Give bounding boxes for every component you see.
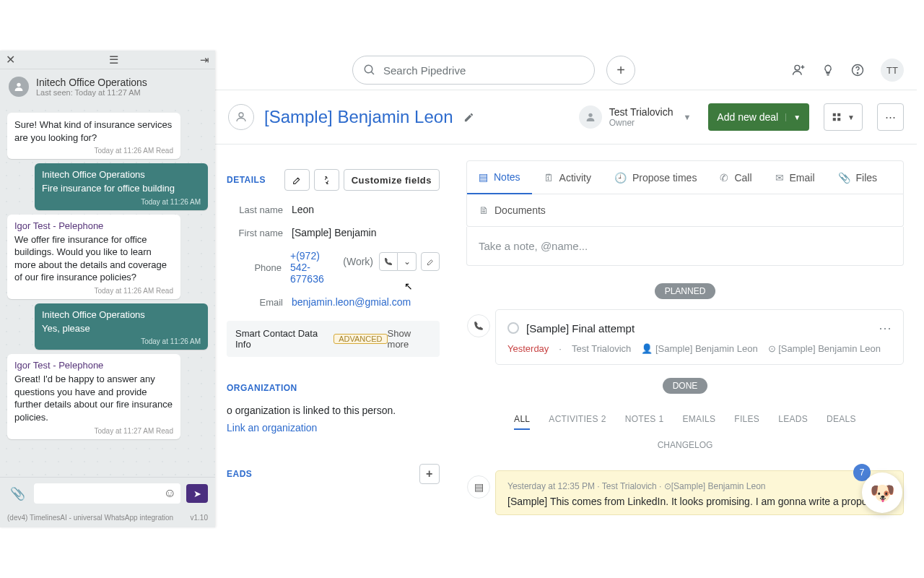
layout-button[interactable]: ▼ <box>824 103 863 131</box>
owner-dropdown-icon[interactable]: ▼ <box>683 113 691 121</box>
chat-compose: 📎 ☺ ➤ <box>0 477 215 509</box>
note-meta: Yesterday at 12:35 PM · Test Trialovich … <box>507 481 892 491</box>
last-name-value[interactable]: Leon <box>292 204 314 215</box>
person-title[interactable]: [Sample] Benjamin Leon <box>264 107 453 127</box>
first-name-value[interactable]: [Sample] Benjamin <box>292 227 377 238</box>
chat-message[interactable]: Igor Test - PelephoneWe offer fire insur… <box>7 215 180 299</box>
lightbulb-icon[interactable] <box>821 64 834 77</box>
activity-checkbox[interactable] <box>507 322 519 334</box>
tab-call[interactable]: ✆Call <box>708 161 763 194</box>
tab-email[interactable]: ✉Email <box>764 161 827 194</box>
chat-message[interactable]: Igor Test - PelephoneGreat! I'd be happy… <box>7 354 180 439</box>
activity-card[interactable]: [Sample] Final attempt ⋯ Yesterday · Tes… <box>495 309 904 365</box>
chat-contact[interactable]: Initech Office Operations Last seen: Tod… <box>0 69 215 104</box>
filter-notes[interactable]: NOTES1 <box>625 414 664 430</box>
add-lead-button[interactable]: + <box>419 464 440 484</box>
phone-value-line2[interactable]: 677636 <box>290 273 440 285</box>
org-none-text: o organization is linked to this person. <box>227 400 440 422</box>
invite-user-icon[interactable] <box>791 63 806 77</box>
filter-all[interactable]: ALL <box>514 414 530 430</box>
more-button[interactable]: ⋯ <box>877 103 904 131</box>
show-more-link[interactable]: Show more <box>388 328 431 350</box>
mail-icon: ✉ <box>775 172 784 184</box>
calendar-icon: 🗓 <box>544 172 554 184</box>
tabs-row-1: ▤Notes 🗓Activity 🕘Propose times ✆Call ✉E… <box>466 160 904 194</box>
chat-messages[interactable]: Sure! What kind of insurance services ar… <box>0 104 215 477</box>
person-header: [Sample] Benjamin Leon Test Trialovich O… <box>215 90 917 144</box>
add-button[interactable]: + <box>606 56 635 85</box>
add-deal-caret-icon[interactable]: ▼ <box>785 113 801 121</box>
note-card[interactable]: ▤ Yesterday at 12:35 PM · Test Trialovic… <box>495 470 904 515</box>
contact-name: Initech Office Operations <box>36 77 147 88</box>
phone-type: (Work) <box>343 256 373 267</box>
tab-files[interactable]: 📎Files <box>827 161 889 194</box>
last-name-label: Last name <box>227 204 292 215</box>
attach-icon[interactable]: 📎 <box>10 486 25 501</box>
clock-icon: 🕘 <box>614 172 627 184</box>
activity-title: [Sample] Final attempt <box>526 322 635 335</box>
svg-point-13 <box>17 83 20 87</box>
call-dropdown[interactable]: ⌄ <box>398 252 417 271</box>
compose-input[interactable] <box>34 483 180 504</box>
link-organization[interactable]: Link an organization <box>227 422 440 434</box>
email-label: Email <box>227 297 292 308</box>
tab-activity[interactable]: 🗓Activity <box>532 161 603 194</box>
chat-message[interactable]: Initech Office OperationsYes, pleaseToda… <box>35 303 208 350</box>
search-input[interactable]: Search Pipedrive <box>352 56 595 85</box>
edit-details-button[interactable] <box>284 169 310 191</box>
list-icon[interactable]: ☰ <box>109 53 118 66</box>
help-icon[interactable] <box>850 63 865 77</box>
chat-message[interactable]: Initech Office OperationsFire insurance … <box>35 163 208 210</box>
send-button[interactable]: ➤ <box>186 484 208 503</box>
close-icon[interactable]: ✕ <box>6 53 15 66</box>
phone-value[interactable]: +(972) 542- <box>290 250 339 273</box>
assistant-button[interactable]: 🐶 <box>862 473 902 513</box>
organization-heading: ORGANIZATION <box>227 383 297 393</box>
user-avatar[interactable]: TT <box>881 59 904 82</box>
customize-fields-button[interactable]: Customize fields <box>344 169 440 191</box>
svg-rect-9 <box>833 113 836 116</box>
edit-title-icon[interactable] <box>463 112 474 123</box>
reorder-button[interactable] <box>314 169 339 191</box>
email-value[interactable]: benjamin.leon@gmial.com <box>292 296 411 308</box>
filter-files[interactable]: FILES <box>734 414 759 430</box>
chat-footer-left: (dev4) TimelinesAI - universal WhatsApp … <box>7 514 173 522</box>
smart-contact-row[interactable]: Smart Contact Data Info ADVANCED Show mo… <box>227 321 440 357</box>
phone-label: Phone <box>227 262 290 273</box>
tabs-row-2: 🗎Documents <box>466 194 904 227</box>
first-name-label: First name <box>227 228 292 238</box>
call-activity-icon <box>467 314 490 337</box>
search-icon <box>363 64 376 77</box>
message-text: Fire insurance for office building <box>42 182 201 195</box>
filter-leads[interactable]: LEADS <box>778 414 808 430</box>
expand-icon[interactable]: ⇥ <box>200 53 209 66</box>
edit-phone-button[interactable] <box>421 252 440 271</box>
add-deal-button[interactable]: Add new deal ▼ <box>708 103 809 131</box>
chat-message[interactable]: Sure! What kind of insurance services ar… <box>7 113 180 159</box>
filter-emails[interactable]: EMAILS <box>683 414 716 430</box>
svg-point-7 <box>239 113 243 117</box>
note-body: [Sample] This comes from LinkedIn. It lo… <box>507 496 892 507</box>
phone-icon: ✆ <box>720 172 728 184</box>
activity-more-icon[interactable]: ⋯ <box>879 320 892 336</box>
emoji-icon[interactable]: ☺ <box>164 486 176 501</box>
tab-propose[interactable]: 🕘Propose times <box>603 161 708 194</box>
chat-footer-right: v1.10 <box>191 514 208 522</box>
filter-changelog[interactable]: CHANGELOG <box>466 440 904 450</box>
tab-documents[interactable]: 🗎Documents <box>467 194 557 226</box>
svg-line-1 <box>371 72 374 74</box>
tab-notes[interactable]: ▤Notes <box>467 161 532 194</box>
leads-heading: EADS <box>227 469 252 479</box>
svg-rect-12 <box>837 118 840 121</box>
note-card-icon: ▤ <box>467 475 490 499</box>
activity-panel: ▤Notes 🗓Activity 🕘Propose times ✆Call ✉E… <box>466 160 904 515</box>
activity-person: 👤 [Sample] Benjamin Leon <box>641 343 757 354</box>
filter-deals[interactable]: DEALS <box>827 414 856 430</box>
message-sender: Igor Test - Pelephone <box>14 360 173 371</box>
call-button[interactable] <box>379 252 398 271</box>
message-meta: Today at 11:26 AM Read <box>14 287 173 295</box>
clip-icon: 📎 <box>838 172 850 184</box>
filter-activities[interactable]: ACTIVITIES2 <box>549 414 606 430</box>
note-input[interactable]: Take a note, @name... <box>466 227 904 266</box>
message-text: Great! I'd be happy to answer any questi… <box>14 373 173 423</box>
